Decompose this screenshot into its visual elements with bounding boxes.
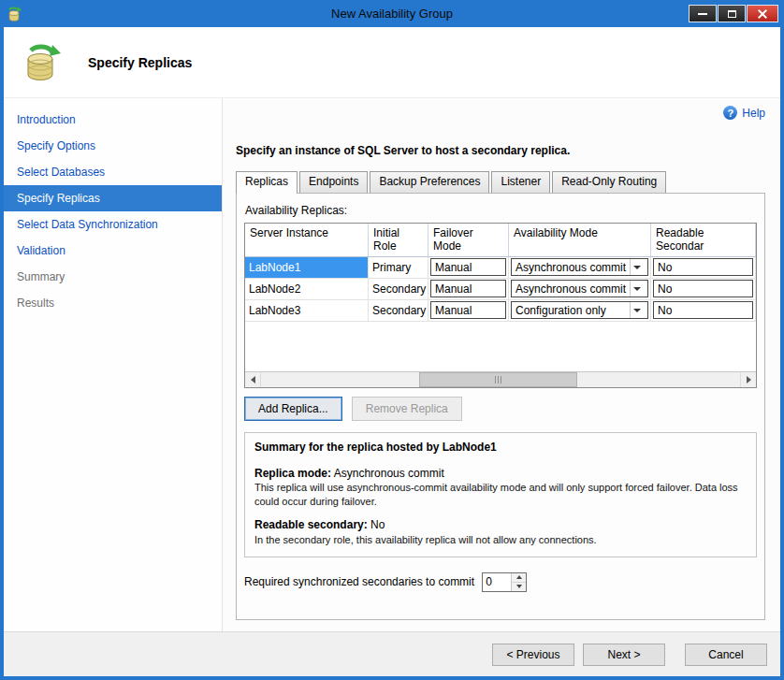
tab-endpoints[interactable]: Endpoints: [299, 171, 368, 193]
tab-read-only-routing[interactable]: Read-Only Routing: [552, 171, 666, 193]
instruction-text: Specify an instance of SQL Server to hos…: [236, 144, 765, 157]
table-empty-area: [245, 322, 756, 371]
chevron-down-icon[interactable]: [630, 302, 644, 318]
sidebar-item-introduction[interactable]: Introduction: [4, 107, 222, 133]
required-secondaries-row: Required synchronized secondaries to com…: [244, 572, 757, 592]
readable-secondary-value: No: [370, 518, 385, 531]
close-button[interactable]: [747, 5, 778, 22]
availability-mode-combo[interactable]: Asynchronous commit: [511, 258, 648, 276]
titlebar[interactable]: New Availability Group: [0, 0, 784, 27]
spin-down-icon: [516, 585, 522, 588]
close-icon: [758, 9, 767, 19]
initial-role-cell[interactable]: Primary: [369, 257, 428, 279]
column-header-readable-secondary[interactable]: Readable Secondar: [651, 224, 756, 256]
summary-title: Summary for the replica hosted by LabNod…: [254, 441, 747, 456]
wizard-steps-sidebar: Introduction Specify Options Select Data…: [4, 98, 223, 631]
sidebar-item-specify-replicas[interactable]: Specify Replicas: [4, 185, 222, 211]
help-link[interactable]: ? Help: [723, 106, 765, 120]
table-row[interactable]: LabNode3 Secondary Manual Configuration …: [245, 300, 756, 322]
readable-secondary-combo[interactable]: No: [653, 280, 753, 297]
replica-summary-panel: Summary for the replica hosted by LabNod…: [244, 432, 757, 557]
minimize-button[interactable]: [689, 5, 717, 22]
failover-mode-combo[interactable]: Manual: [430, 280, 506, 297]
chevron-down-icon[interactable]: [630, 259, 644, 275]
chevron-down-icon[interactable]: [630, 281, 644, 297]
required-secondaries-spinner: [482, 572, 527, 592]
availability-mode-cell[interactable]: Asynchronous commit: [509, 279, 651, 300]
column-header-server-instance[interactable]: Server Instance: [245, 224, 369, 256]
failover-mode-cell[interactable]: Manual: [428, 257, 509, 279]
readable-secondary-combo[interactable]: No: [653, 301, 753, 319]
readable-secondary-cell[interactable]: No: [651, 300, 756, 322]
scrollbar-track[interactable]: [261, 372, 740, 387]
table-header-row: Server Instance Initial Role Failover Mo…: [245, 224, 756, 257]
sidebar-item-results: Results: [4, 290, 222, 316]
scroll-right-button[interactable]: [740, 372, 756, 387]
sidebar-item-select-data-synchronization[interactable]: Select Data Synchronization: [4, 211, 222, 238]
server-instance-cell[interactable]: LabNode1: [245, 257, 369, 279]
sidebar-item-validation[interactable]: Validation: [4, 238, 222, 264]
sidebar-item-specify-options[interactable]: Specify Options: [4, 133, 222, 159]
replicas-table: Server Instance Initial Role Failover Mo…: [244, 223, 757, 388]
availability-replicas-label: Availability Replicas:: [245, 204, 757, 217]
spin-up-button[interactable]: [512, 573, 526, 583]
availability-mode-combo[interactable]: Configuration only: [511, 301, 648, 319]
replica-mode-label: Replica mode:: [254, 467, 331, 480]
maximize-icon: [728, 10, 736, 18]
window-title: New Availability Group: [0, 7, 784, 21]
next-button[interactable]: Next >: [583, 644, 665, 666]
cancel-button[interactable]: Cancel: [685, 644, 767, 666]
tab-replicas[interactable]: Replicas: [236, 171, 298, 194]
window-body: Specify Replicas Introduction Specify Op…: [4, 27, 780, 676]
main-pane: ? Help Specify an instance of SQL Server…: [223, 98, 780, 631]
readable-secondary-label: Readable secondary:: [254, 518, 368, 531]
add-replica-button[interactable]: Add Replica...: [244, 397, 342, 421]
spin-down-button[interactable]: [512, 583, 526, 591]
initial-role-cell[interactable]: Secondary: [369, 279, 428, 300]
initial-role-cell[interactable]: Secondary: [369, 300, 428, 322]
replica-buttons-row: Add Replica... Remove Replica: [244, 397, 757, 421]
failover-mode-cell[interactable]: Manual: [428, 279, 509, 300]
table-row[interactable]: LabNode1 Primary Manual Asynchronous com…: [245, 257, 756, 279]
tab-strip: Replicas Endpoints Backup Preferences Li…: [236, 171, 765, 193]
sidebar-item-select-databases[interactable]: Select Databases: [4, 159, 222, 185]
minimize-icon: [698, 13, 707, 15]
tab-backup-preferences[interactable]: Backup Preferences: [370, 171, 489, 193]
availability-mode-cell[interactable]: Asynchronous commit: [509, 257, 651, 279]
server-instance-cell[interactable]: LabNode3: [245, 300, 369, 322]
wizard-footer: < Previous Next > Cancel: [4, 631, 780, 676]
spin-up-icon: [516, 575, 522, 579]
scrollbar-thumb[interactable]: [419, 372, 577, 387]
failover-mode-cell[interactable]: Manual: [428, 300, 509, 322]
maximize-button[interactable]: [718, 5, 746, 22]
readable-secondary-cell[interactable]: No: [651, 257, 756, 279]
previous-button[interactable]: < Previous: [492, 644, 574, 666]
replicas-tab-panel: Availability Replicas: Server Instance I…: [236, 193, 765, 620]
server-instance-cell[interactable]: LabNode2: [245, 279, 369, 300]
failover-mode-combo[interactable]: Manual: [430, 258, 506, 276]
scroll-left-icon: [251, 376, 255, 383]
wizard-header: Specify Replicas: [4, 27, 780, 98]
readable-secondary-cell[interactable]: No: [651, 279, 756, 300]
readable-secondary-combo[interactable]: No: [653, 258, 753, 276]
app-database-icon: [6, 6, 22, 22]
scroll-left-button[interactable]: [245, 372, 261, 387]
column-header-availability-mode[interactable]: Availability Mode: [509, 224, 651, 256]
wizard-content: Introduction Specify Options Select Data…: [4, 98, 780, 631]
required-secondaries-label: Required synchronized secondaries to com…: [244, 575, 474, 588]
horizontal-scrollbar[interactable]: [245, 371, 756, 387]
availability-mode-value: Asynchronous commit: [515, 261, 626, 274]
replica-mode-value: Asynchronous commit: [334, 467, 444, 480]
required-secondaries-input[interactable]: [483, 573, 511, 591]
availability-mode-cell[interactable]: Configuration only: [509, 300, 651, 322]
page-title: Specify Replicas: [88, 55, 192, 70]
replica-mode-description: This replica will use asynchronous-commi…: [254, 481, 747, 508]
availability-mode-combo[interactable]: Asynchronous commit: [511, 280, 648, 297]
table-row[interactable]: LabNode2 Secondary Manual Asynchronous c…: [245, 279, 756, 300]
failover-mode-combo[interactable]: Manual: [430, 301, 506, 319]
column-header-failover-mode[interactable]: Failover Mode: [428, 224, 509, 256]
tab-listener[interactable]: Listener: [491, 171, 550, 193]
column-header-initial-role[interactable]: Initial Role: [369, 224, 428, 256]
remove-replica-button: Remove Replica: [352, 397, 462, 421]
new-availability-group-window: New Availability Group Specify Replicas …: [0, 0, 784, 680]
